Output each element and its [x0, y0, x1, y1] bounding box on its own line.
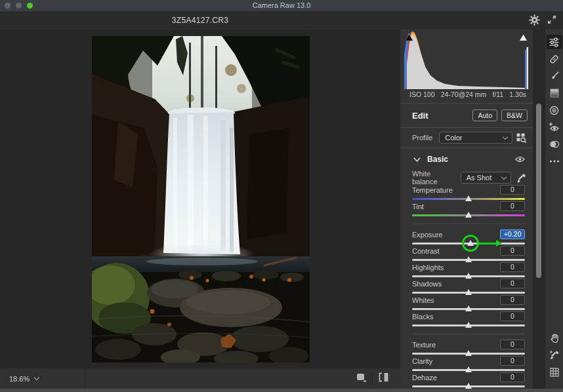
more-tools-button[interactable] [547, 154, 562, 168]
zoom-level-dropdown[interactable]: 18.6% [0, 368, 85, 389]
slider-label: Whites [412, 296, 434, 304]
profile-selected-value: Color [445, 134, 462, 142]
photo-preview[interactable] [92, 36, 310, 363]
slider-label: Dehaze [412, 374, 437, 382]
slider-thumb[interactable] [465, 366, 472, 372]
radial-icon [549, 105, 560, 116]
profile-browser-button[interactable] [516, 133, 526, 143]
panel-scrollbar-track[interactable] [533, 29, 545, 389]
bw-button[interactable]: B&W [501, 109, 528, 121]
slider-track[interactable] [412, 259, 525, 261]
hand-icon [549, 333, 560, 343]
preview-square-icon [356, 372, 367, 385]
tutorial-arrow-line [479, 243, 496, 245]
slider-thumb[interactable] [465, 212, 472, 218]
window-titlebar: Camera Raw 13.0 [0, 0, 563, 11]
hand-tool-button[interactable] [547, 331, 562, 345]
slider-track[interactable] [412, 198, 525, 200]
tool-strip [545, 29, 563, 389]
slider-track[interactable] [412, 243, 525, 245]
image-canvas[interactable]: 18.6% [0, 29, 400, 389]
chevron-down-icon [503, 134, 508, 140]
more-icon [549, 159, 560, 163]
slider-track[interactable] [412, 353, 525, 355]
preview-mode-button[interactable] [352, 368, 369, 389]
highlight-clipping-indicator[interactable] [519, 32, 528, 39]
histogram[interactable] [404, 31, 529, 89]
profile-label: Profile [412, 134, 432, 142]
slider-row-shadows: Shadows0 [412, 279, 525, 295]
slider-thumb[interactable] [467, 240, 474, 246]
slider-label: Highlights [412, 264, 444, 271]
profile-dropdown[interactable]: Color [439, 132, 512, 144]
file-header-bar: 3Z5A4127.CR3 [0, 11, 563, 29]
white-balance-eyedropper-button[interactable] [516, 173, 526, 183]
slider-value-field[interactable]: 0 [500, 262, 525, 272]
slider-thumb[interactable] [465, 195, 472, 201]
slider-thumb[interactable] [465, 350, 472, 356]
toggle-fullscreen-button[interactable] [546, 15, 558, 27]
slider-value-field[interactable]: 0 [500, 185, 525, 195]
slider-track[interactable] [412, 385, 525, 387]
shadow-clipping-indicator[interactable] [405, 32, 413, 39]
slider-track[interactable] [412, 214, 525, 216]
slider-value-field[interactable]: +0.20 [500, 229, 525, 239]
expand-arrows-icon [547, 15, 556, 27]
slider-thumb[interactable] [465, 289, 472, 295]
slider-value-field[interactable]: 0 [500, 295, 525, 305]
healing-tool-button[interactable] [547, 52, 562, 66]
status-bar: 18.6% [0, 368, 400, 389]
slider-row-whites: Whites0 [412, 295, 525, 311]
eye-visibility-icon[interactable] [515, 156, 525, 163]
window-title: Camera Raw 13.0 [0, 0, 563, 11]
slider-label: Exposure [412, 231, 442, 239]
graduated-filter-tool-button[interactable] [547, 86, 562, 100]
panel-scrollbar-thumb[interactable] [536, 104, 541, 278]
slider-value-field[interactable]: 0 [500, 246, 525, 256]
slider-thumb[interactable] [465, 322, 472, 328]
chevron-down-icon [34, 375, 39, 380]
sampler-icon [549, 350, 560, 361]
auto-button[interactable]: Auto [472, 109, 497, 121]
slider-group-2: Texture0Clarity0Dehaze0 [412, 334, 525, 389]
basic-section-header[interactable]: Basic [400, 150, 533, 168]
slider-track[interactable] [412, 308, 525, 310]
slider-track[interactable] [412, 324, 525, 326]
slider-value-field[interactable]: 0 [500, 356, 525, 366]
slider-value-field[interactable]: 0 [500, 279, 525, 288]
slider-row-blacks: Blacks0 [412, 311, 525, 328]
slider-track[interactable] [412, 292, 525, 294]
white-balance-dropdown[interactable]: As Shot [461, 172, 511, 184]
presets-tool-button[interactable] [547, 137, 562, 151]
brush-tool-button[interactable] [547, 69, 562, 83]
slider-label: Shadows [412, 280, 442, 288]
white-balance-selected-value: As Shot [467, 174, 492, 182]
gear-icon [529, 14, 540, 28]
before-after-views-button[interactable] [375, 368, 392, 389]
slider-thumb[interactable] [465, 305, 472, 311]
slider-label: Blacks [412, 313, 433, 321]
radial-filter-tool-button[interactable] [547, 103, 562, 117]
slider-label: Contrast [412, 247, 440, 255]
basic-section-title: Basic [427, 155, 448, 164]
edit-header: Edit Auto B&W [400, 104, 533, 128]
slider-label: Tint [412, 203, 424, 210]
preferences-button[interactable] [528, 15, 540, 27]
slider-group-0: Temperature0Tint0 [412, 185, 525, 218]
edit-tool-button[interactable] [547, 35, 562, 49]
sampler-tool-button[interactable] [547, 348, 562, 363]
red-eye-tool-button[interactable] [547, 120, 562, 134]
slider-value-field[interactable]: 0 [500, 340, 525, 349]
slider-track[interactable] [412, 275, 525, 277]
slider-value-field[interactable]: 0 [500, 201, 525, 211]
slider-value-field[interactable]: 0 [500, 372, 525, 382]
slider-thumb[interactable] [465, 256, 472, 262]
before-after-icon [378, 372, 390, 385]
slider-row-dehaze: Dehaze0 [412, 372, 525, 389]
grid-overlay-tool-button[interactable] [547, 365, 562, 380]
slider-groups: Temperature0Tint0Exposure+0.20Contrast0H… [412, 185, 525, 389]
slider-thumb[interactable] [465, 383, 472, 389]
slider-value-field[interactable]: 0 [500, 311, 525, 321]
slider-track[interactable] [412, 369, 525, 371]
slider-thumb[interactable] [465, 273, 472, 279]
